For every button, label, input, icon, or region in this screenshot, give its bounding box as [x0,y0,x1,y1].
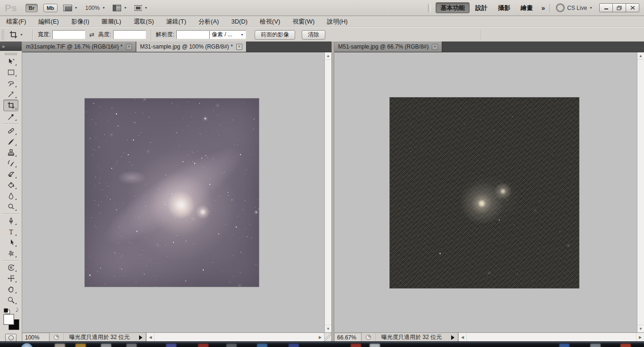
width-input[interactable] [52,30,85,39]
swap-dimensions-icon[interactable]: ⇄ [89,31,94,38]
document-image-m31[interactable] [85,99,259,287]
workspace-button[interactable]: 攝影 [493,2,515,13]
taskbar-app-icon[interactable] [590,344,601,347]
taskbar-app-icon[interactable] [198,344,208,347]
start-orb-icon[interactable] [21,343,33,347]
tool-preset-picker[interactable]: ▼ [9,30,23,39]
zoom-level-control[interactable]: 100% ▼ [85,5,106,11]
status-profile-icon[interactable] [50,333,64,342]
taskbar-app-icon[interactable] [370,344,380,347]
workspace-button[interactable]: 基本功能 [436,2,470,13]
resolution-unit-select[interactable]: 像素 / ... ▼ [209,30,246,39]
scroll-down-icon[interactable]: ▼ [637,325,644,332]
tab-close-icon[interactable]: ✕ [126,44,132,50]
lasso-tool[interactable] [4,78,18,89]
status-profile-icon[interactable] [362,333,376,342]
menu-item-1[interactable]: 編輯(E) [33,16,65,27]
menu-item-5[interactable]: 濾鏡(T) [160,16,192,27]
move-tool[interactable] [4,56,18,67]
eyedropper-tool[interactable] [4,111,18,122]
scroll-right-icon[interactable]: ▶ [316,333,324,342]
launch-mini-bridge-button[interactable]: Mb [43,4,58,12]
taskbar-app-icon[interactable] [166,344,176,347]
taskbar-app-icon[interactable] [289,344,299,347]
hand-tool[interactable] [4,284,18,295]
menu-item-0[interactable]: 檔案(F) [0,16,33,27]
default-colors-control[interactable]: ⤸ [3,307,19,313]
resize-grip[interactable] [324,333,331,342]
height-input[interactable] [113,30,146,39]
taskbar-app-icon[interactable] [126,344,137,347]
scroll-down-icon[interactable]: ▼ [325,325,331,332]
3d-object-rotate-tool[interactable] [4,262,18,273]
screen-mode-control[interactable]: ▼ [134,5,148,11]
taskbar-app-icon[interactable] [257,344,267,347]
status-zoom-field[interactable]: 100% [22,333,50,342]
scroll-left-icon[interactable]: ◀ [147,333,155,342]
menu-item-10[interactable]: 說明(H) [321,16,354,27]
resolution-input[interactable] [176,30,209,39]
menu-item-4[interactable]: 選取(S) [127,16,160,27]
type-tool[interactable]: T [4,226,18,237]
canvas-area-m51[interactable] [334,52,637,332]
tab-close-icon[interactable]: ✕ [236,44,242,50]
restore-button[interactable] [613,4,626,12]
quick-mask-button[interactable] [5,334,17,342]
gradient-tool[interactable] [4,180,18,190]
workspace-button[interactable]: 設計 [471,2,492,13]
scroll-up-icon[interactable]: ▲ [325,52,331,60]
menu-item-8[interactable]: 檢視(V) [254,16,286,27]
pen-tool[interactable] [4,215,18,226]
taskbar-app-icon[interactable] [559,344,570,347]
vertical-scrollbar[interactable]: ▲ ▼ [324,52,331,332]
dodge-tool[interactable] [4,201,18,212]
tab-close-icon[interactable]: ✕ [432,44,438,50]
tools-panel-header[interactable]: » [0,41,22,51]
taskbar-app-icon[interactable] [75,344,86,347]
history-brush-tool[interactable] [4,158,18,169]
menu-item-7[interactable]: 3D(D) [225,16,254,27]
menu-item-2[interactable]: 影像(I) [65,16,95,27]
3d-camera-rotate-tool[interactable] [4,273,18,284]
horizontal-scrollbar[interactable]: ◀ ▶ [146,333,331,342]
scroll-right-icon[interactable]: ▶ [636,333,644,342]
close-button[interactable] [626,4,639,12]
crop-tool[interactable] [3,99,18,111]
status-zoom-field[interactable]: 66.67% [334,333,362,342]
brush-tool[interactable] [4,136,18,147]
workspace-button[interactable]: 繪畫 [516,2,537,13]
workspace-overflow-button[interactable]: » [541,4,545,12]
taskbar-app-icon[interactable] [55,344,65,347]
blur-tool[interactable] [4,190,18,201]
vertical-scrollbar[interactable]: ▲ ▼ [637,52,644,332]
menu-item-6[interactable]: 分析(A) [192,16,225,27]
custom-shape-tool[interactable] [4,248,18,259]
menu-item-3[interactable]: 圖層(L) [95,16,127,27]
front-image-button[interactable]: 前面的影像 [255,30,295,40]
eraser-tool[interactable] [4,169,18,180]
clone-stamp-tool[interactable] [4,147,18,158]
canvas-area-m31[interactable] [22,52,324,332]
document-image-m51[interactable] [390,98,579,288]
taskbar-app-icon[interactable] [101,344,111,347]
minimize-button[interactable] [600,4,613,12]
status-menu-arrow[interactable] [447,333,458,342]
magic-wand-tool[interactable] [4,89,18,99]
clear-button[interactable]: 清除 [302,30,325,40]
foreground-color-swatch[interactable] [3,314,14,325]
view-extras-control[interactable]: ▼ [63,5,78,11]
menu-item-9[interactable]: 視窗(W) [286,16,321,27]
status-menu-arrow[interactable] [135,333,146,342]
document-tab[interactable]: m31sample.TIF @ 16.7% (RGB/16#) *✕ [22,41,136,52]
launch-bridge-button[interactable]: Br [25,4,38,12]
scroll-left-icon[interactable]: ◀ [459,333,467,342]
document-tab[interactable]: M51-sample.jpg @ 66.7% (RGB/8#)✕ [334,41,442,52]
taskbar-app-icon[interactable] [226,344,237,347]
taskbar-app-icon[interactable] [620,344,631,347]
arrange-documents-control[interactable]: ▼ [113,5,127,11]
swap-colors-icon[interactable]: ⤸ [16,307,18,313]
path-selection-tool[interactable] [4,237,18,248]
zoom-tool[interactable] [4,295,18,306]
scroll-up-icon[interactable]: ▲ [637,52,644,60]
spot-healing-brush-tool[interactable] [4,125,18,136]
